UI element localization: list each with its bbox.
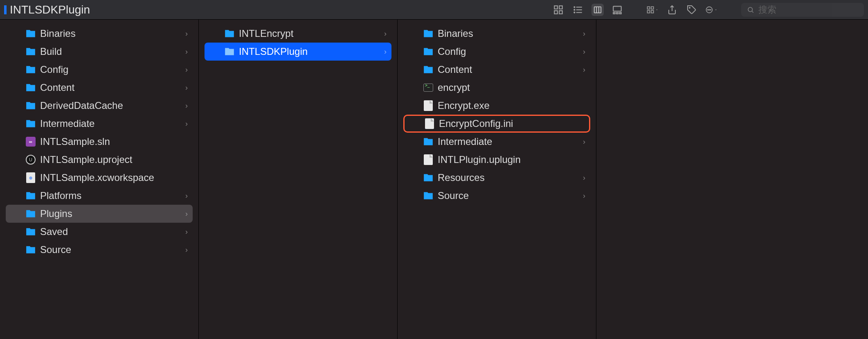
list-item[interactable]: EncryptConfig.ini: [403, 115, 590, 133]
folder-icon: [25, 208, 36, 219]
gallery-view-icon[interactable]: [611, 4, 623, 16]
svg-rect-17: [648, 7, 650, 9]
item-label: INTLPlugin.uplugin: [438, 154, 585, 165]
folder-icon: [423, 28, 434, 39]
svg-rect-0: [554, 6, 558, 9]
xc-icon: ⊕: [25, 172, 36, 183]
window-indicator: [4, 5, 7, 14]
svg-point-26: [710, 9, 711, 10]
item-label: Build: [40, 46, 181, 57]
chevron-right-icon: ›: [185, 84, 188, 92]
item-label: EncryptConfig.ini: [439, 118, 584, 129]
item-label: Platforms: [40, 190, 181, 201]
share-icon[interactable]: [666, 4, 678, 16]
list-item[interactable]: Source›: [403, 187, 590, 205]
item-label: Source: [40, 244, 181, 255]
list-item[interactable]: Binaries›: [6, 25, 193, 43]
file-icon: [423, 154, 434, 165]
item-label: INTLSample.sln: [40, 136, 188, 147]
list-item[interactable]: Intermediate›: [6, 115, 193, 133]
svg-line-28: [752, 11, 753, 12]
file-icon: [423, 100, 434, 111]
list-item[interactable]: INTLSDKPlugin›: [205, 43, 391, 61]
item-label: Content: [40, 82, 181, 93]
column-2: Binaries›Config›Content›encryptEncrypt.e…: [398, 20, 596, 339]
column-0: Binaries›Build›Config›Content›DerivedDat…: [0, 20, 199, 339]
item-label: Config: [438, 46, 579, 57]
column-view-icon[interactable]: [591, 4, 604, 16]
chevron-right-icon: ›: [185, 120, 188, 128]
item-label: Encrypt.exe: [438, 100, 585, 111]
tag-icon[interactable]: [686, 4, 698, 16]
list-item[interactable]: Intermediate›: [403, 133, 590, 151]
svg-rect-15: [616, 12, 618, 14]
more-icon[interactable]: [705, 4, 717, 16]
folder-icon: [25, 82, 36, 93]
column-browser: Binaries›Build›Config›Content›DerivedDat…: [0, 20, 868, 339]
item-label: Config: [40, 64, 181, 75]
list-item[interactable]: Config›: [403, 43, 590, 61]
svg-point-27: [748, 7, 752, 11]
folder-icon: [423, 172, 434, 183]
svg-rect-16: [619, 12, 621, 14]
list-item[interactable]: Platforms›: [6, 187, 193, 205]
list-item[interactable]: Binaries›: [403, 25, 590, 43]
chevron-right-icon: ›: [185, 102, 188, 110]
list-item[interactable]: Saved›: [6, 223, 193, 241]
list-item[interactable]: INTLEncrypt›: [205, 25, 391, 43]
list-item[interactable]: Resources›: [403, 169, 590, 187]
list-item[interactable]: ∞INTLSample.sln: [6, 133, 193, 151]
svg-rect-20: [651, 10, 654, 13]
chevron-right-icon: ›: [583, 174, 585, 182]
group-by-icon[interactable]: [646, 4, 659, 16]
folder-icon: [25, 226, 36, 237]
folder-icon: [25, 118, 36, 129]
item-label: DerivedDataCache: [40, 100, 181, 111]
file-icon: [424, 118, 435, 129]
list-item[interactable]: UINTLSample.uproject: [6, 151, 193, 169]
list-item[interactable]: Plugins›: [6, 205, 193, 223]
svg-rect-19: [648, 10, 650, 13]
chevron-right-icon: ›: [185, 47, 188, 56]
list-item[interactable]: Config›: [6, 61, 193, 79]
list-item[interactable]: Content›: [6, 79, 193, 97]
svg-rect-3: [559, 11, 562, 14]
item-label: Source: [438, 190, 579, 201]
chevron-right-icon: ›: [583, 192, 585, 200]
item-label: Binaries: [438, 28, 579, 39]
list-view-icon[interactable]: [572, 4, 584, 16]
search-input[interactable]: [758, 5, 858, 15]
ue-icon: U: [25, 154, 36, 165]
list-item[interactable]: encrypt: [403, 79, 590, 97]
chevron-right-icon: ›: [185, 246, 188, 254]
folder-icon: [25, 28, 36, 39]
folder-icon: [25, 46, 36, 57]
item-label: Resources: [438, 172, 579, 183]
vs-icon: ∞: [25, 136, 36, 147]
list-item[interactable]: INTLPlugin.uplugin: [403, 151, 590, 169]
search-box[interactable]: [741, 3, 864, 17]
item-label: Plugins: [40, 208, 181, 219]
svg-point-25: [709, 9, 710, 10]
column-3: [596, 20, 868, 339]
list-item[interactable]: ⊕INTLSample.xcworkspace: [6, 169, 193, 187]
svg-rect-13: [613, 6, 621, 11]
item-label: INTLSample.uproject: [40, 154, 188, 165]
svg-point-24: [708, 9, 708, 10]
item-label: Binaries: [40, 28, 181, 39]
list-item[interactable]: Source›: [6, 241, 193, 259]
folder-icon: [25, 64, 36, 75]
icon-view-icon[interactable]: [552, 4, 564, 16]
list-item[interactable]: Encrypt.exe: [403, 97, 590, 115]
chevron-right-icon: ›: [185, 66, 188, 74]
folder-icon: [224, 28, 235, 39]
window-title: INTLSDKPlugin: [10, 3, 90, 16]
list-item[interactable]: Build›: [6, 43, 193, 61]
chevron-right-icon: ›: [185, 228, 188, 236]
chevron-right-icon: ›: [185, 29, 188, 38]
term-icon: [423, 82, 434, 93]
list-item[interactable]: Content›: [403, 61, 590, 79]
chevron-right-icon: ›: [384, 47, 387, 56]
list-item[interactable]: DerivedDataCache›: [6, 97, 193, 115]
folder-icon: [423, 136, 434, 147]
